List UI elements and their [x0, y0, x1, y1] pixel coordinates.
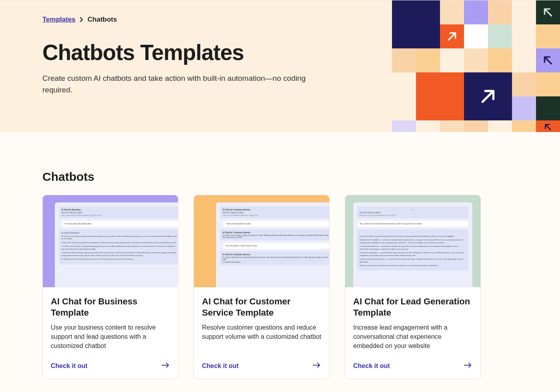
- breadcrumb: Templates Chatbots: [42, 16, 352, 24]
- card-cta-label: Check it out: [353, 362, 390, 370]
- card-description: Increase lead engagement with a conversa…: [353, 323, 472, 351]
- section-heading: Chatbots: [42, 170, 518, 184]
- template-card[interactable]: —How can I help you today?This is an AI …: [345, 195, 481, 379]
- template-card[interactable]: AI Chat for Customer ServiceHow can I he…: [194, 195, 330, 379]
- chatbots-section: Chatbots AI Chat for BusinessHow can I h…: [0, 132, 560, 392]
- page-description: Create custom AI chatbots and take actio…: [42, 72, 306, 96]
- arrow-right-icon: [161, 362, 170, 370]
- arrow-right-icon: [464, 362, 472, 370]
- card-thumbnail: AI Chat for BusinessHow can I help you t…: [43, 195, 178, 287]
- card-thumbnail: —How can I help you today?This is an AI …: [345, 195, 480, 287]
- card-grid: AI Chat for BusinessHow can I help you t…: [42, 195, 518, 379]
- card-thumbnail: AI Chat for Customer ServiceHow can I he…: [194, 195, 329, 287]
- arrow-right-icon: [312, 362, 321, 370]
- card-title: AI Chat for Business Template: [51, 296, 170, 318]
- chevron-right-icon: [80, 16, 84, 23]
- breadcrumb-root-link[interactable]: Templates: [42, 16, 76, 24]
- card-cta-link[interactable]: Check it out: [202, 362, 321, 370]
- page-title: Chatbots Templates: [42, 40, 352, 65]
- template-card[interactable]: AI Chat for BusinessHow can I help you t…: [42, 195, 178, 379]
- breadcrumb-current: Chatbots: [88, 16, 117, 24]
- card-cta-link[interactable]: Check it out: [353, 362, 472, 370]
- card-cta-link[interactable]: Check it out: [51, 362, 170, 370]
- card-title: AI Chat for Lead Generation Template: [353, 296, 472, 318]
- card-description: Use your business content to resolve sup…: [51, 323, 170, 351]
- card-title: AI Chat for Customer Service Template: [202, 296, 321, 318]
- card-cta-label: Check it out: [202, 362, 239, 370]
- hero-banner: Templates Chatbots Chatbots Templates Cr…: [0, 0, 560, 132]
- card-description: Resolve customer questions and reduce su…: [202, 323, 321, 341]
- card-cta-label: Check it out: [51, 362, 88, 370]
- decorative-grid: [392, 0, 560, 132]
